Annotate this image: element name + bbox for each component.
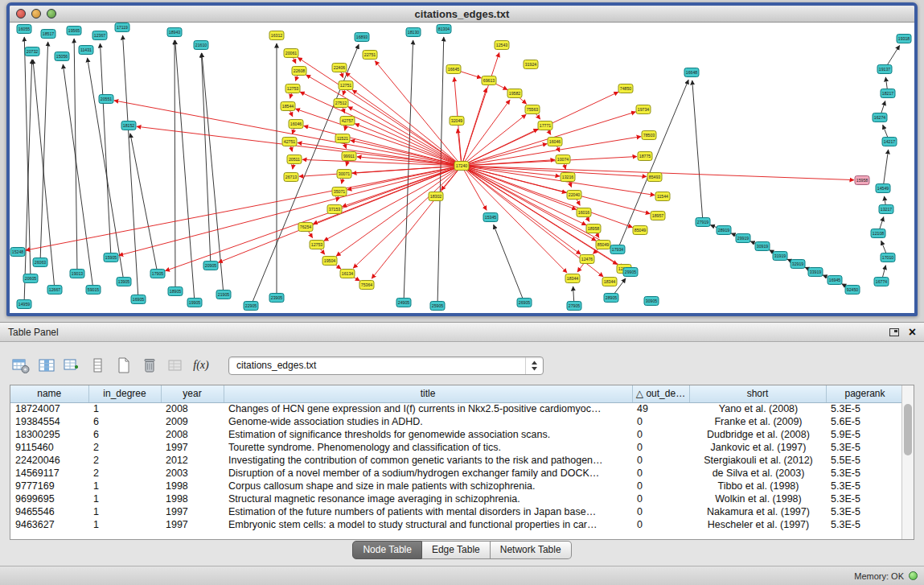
cell[interactable]: 0: [632, 492, 689, 505]
graph-node[interactable]: 42751: [282, 138, 297, 146]
graph-edge[interactable]: [24, 60, 32, 304]
graph-node[interactable]: 16016: [577, 208, 591, 217]
graph-node[interactable]: 10074: [556, 155, 570, 164]
graph-node[interactable]: 30905: [644, 297, 659, 306]
cell[interactable]: 2012: [161, 454, 224, 467]
graph-node[interactable]: 85049: [633, 226, 647, 235]
cell[interactable]: 1: [88, 505, 161, 518]
table-row[interactable]: 1456911722003Disruption of a novel membe…: [10, 467, 904, 480]
cell[interactable]: 5.3E-5: [826, 402, 904, 415]
cell[interactable]: Structural magnetic resonance image aver…: [224, 492, 632, 505]
network-canvas[interactable]: 1724020061226081275318544160464275120511…: [10, 23, 914, 313]
graph-node[interactable]: 14549: [876, 184, 890, 193]
table-row[interactable]: 1830029562008Estimation of significance …: [10, 428, 904, 441]
cell[interactable]: Changes of HCN gene expression and I(f) …: [224, 402, 632, 415]
graph-node[interactable]: 19137: [877, 65, 892, 74]
cell[interactable]: 2003: [161, 467, 224, 480]
graph-node[interactable]: 17905: [150, 270, 165, 278]
graph-node[interactable]: 20732: [25, 47, 39, 56]
cell[interactable]: 9465546: [10, 505, 88, 518]
cell[interactable]: 18724007: [10, 402, 88, 415]
graph-node[interactable]: 16645: [446, 65, 461, 74]
cell[interactable]: 5.3E-5: [826, 441, 904, 454]
graph-edge[interactable]: [494, 225, 524, 303]
graph-node[interactable]: 20551: [99, 95, 113, 104]
graph-node[interactable]: 19582: [507, 89, 522, 98]
graph-node[interactable]: 12753: [310, 241, 324, 249]
cell[interactable]: Wolkin et al. (1998): [689, 492, 826, 505]
graph-node[interactable]: 18958: [586, 225, 601, 233]
cell[interactable]: 5.6E-5: [826, 415, 904, 428]
table-mode-icon[interactable]: [10, 354, 32, 377]
graph-node[interactable]: 20905: [203, 262, 218, 270]
graph-node[interactable]: 22406: [332, 64, 347, 72]
graph-edge[interactable]: [33, 60, 55, 290]
graph-node[interactable]: 21905: [216, 290, 231, 299]
graph-node[interactable]: 19318: [897, 35, 911, 43]
graph-node[interactable]: 16774: [874, 278, 889, 286]
graph-edge[interactable]: [298, 58, 462, 166]
graph-node[interactable]: 18152: [121, 122, 136, 130]
create-column-icon[interactable]: [61, 354, 84, 377]
cell[interactable]: 18300295: [10, 428, 88, 441]
cell[interactable]: 1: [88, 480, 161, 492]
graph-node[interactable]: 15905: [104, 253, 118, 262]
graph-node[interactable]: 12543: [495, 41, 509, 50]
graph-edge[interactable]: [175, 40, 175, 291]
graph-node[interactable]: 16046: [548, 138, 562, 146]
graph-node[interactable]: 14217: [882, 138, 897, 146]
row-list-icon[interactable]: [87, 354, 109, 377]
column-header-out_de-[interactable]: △ out_de…: [632, 385, 689, 402]
cell[interactable]: 0: [632, 505, 689, 518]
graph-node[interactable]: 16274: [873, 113, 887, 122]
cell[interactable]: Estimation of the future numbers of pati…: [224, 505, 632, 518]
graph-node[interactable]: 35071: [332, 187, 347, 196]
cell[interactable]: 1997: [161, 441, 224, 454]
cell[interactable]: 0: [632, 467, 689, 480]
cell[interactable]: 5.5E-5: [826, 454, 904, 467]
close-panel-icon[interactable]: ×: [909, 327, 916, 338]
table-row[interactable]: 911546021997Tourette syndrome. Phenomeno…: [10, 441, 904, 454]
graph-node[interactable]: 17240: [454, 162, 469, 171]
graph-node[interactable]: 20511: [287, 155, 302, 164]
graph-node[interactable]: 16055: [17, 25, 31, 34]
graph-node[interactable]: 16905: [131, 295, 146, 304]
graph-edge[interactable]: [883, 150, 889, 188]
cell[interactable]: 49: [632, 402, 689, 415]
graph-node[interactable]: 18344: [565, 274, 580, 283]
cell[interactable]: 0: [632, 441, 689, 454]
graph-edge[interactable]: [88, 58, 124, 282]
cell[interactable]: Estimation of significance thresholds fo…: [224, 428, 632, 441]
graph-node[interactable]: 11544: [655, 192, 670, 201]
cell[interactable]: 2: [88, 454, 161, 467]
graph-edge[interactable]: [175, 40, 195, 303]
graph-node[interactable]: 18943: [167, 28, 182, 37]
cell[interactable]: 1: [88, 518, 161, 531]
graph-edge[interactable]: [123, 35, 138, 299]
cell[interactable]: Dudbridge et al. (2008): [689, 428, 826, 441]
cell[interactable]: Investigating the contribution of common…: [224, 454, 632, 467]
graph-node[interactable]: 13905: [117, 278, 131, 286]
table-row[interactable]: 946554611997Estimation of the future num…: [10, 505, 904, 518]
graph-node[interactable]: 92450: [845, 286, 860, 295]
cell[interactable]: 5.9E-5: [826, 428, 904, 441]
graph-edge[interactable]: [353, 166, 462, 268]
table-row[interactable]: 969969511998Structural magnetic resonanc…: [10, 492, 904, 505]
cell[interactable]: Hescheler et al. (1997): [689, 518, 826, 531]
cell[interactable]: 5.3E-5: [826, 505, 904, 518]
cell[interactable]: 6: [88, 428, 161, 441]
graph-node[interactable]: 30919: [755, 242, 770, 251]
graph-node[interactable]: 76254: [298, 223, 313, 232]
cell[interactable]: 14569117: [10, 467, 88, 480]
graph-node[interactable]: 19905: [187, 299, 202, 307]
cell[interactable]: 0: [632, 428, 689, 441]
graph-node[interactable]: 26905: [517, 299, 532, 307]
graph-node[interactable]: 27919: [696, 218, 710, 227]
import-table-icon[interactable]: [164, 354, 187, 377]
table-scrollbar-thumb[interactable]: [904, 404, 912, 455]
graph-edge[interactable]: [462, 166, 596, 241]
show-columns-icon[interactable]: [35, 354, 58, 377]
cell[interactable]: Tourette syndrome. Phenomenology and cla…: [224, 441, 632, 454]
cell[interactable]: Embryonic stem cells: a model to study s…: [224, 518, 632, 531]
graph-edge[interactable]: [462, 52, 499, 166]
